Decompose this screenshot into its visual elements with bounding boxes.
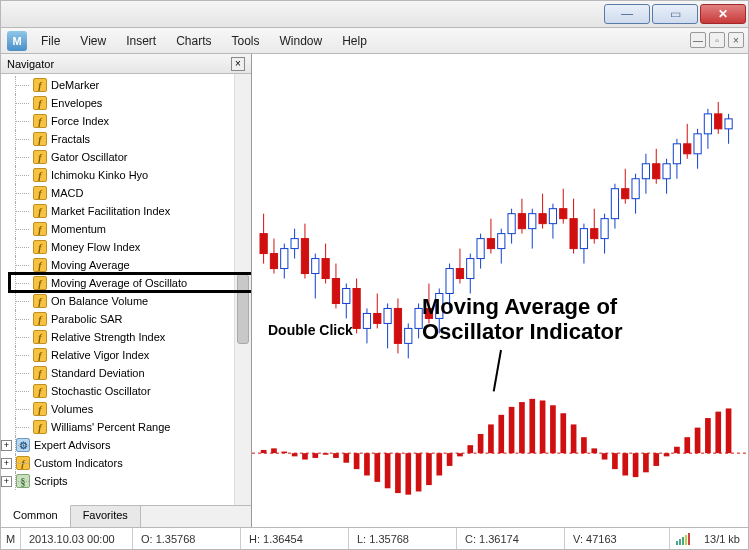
tree-item-market-facilitation-index[interactable]: fMarket Facilitation Index bbox=[13, 202, 251, 220]
navigator-tree[interactable]: fDeMarkerfEnvelopesfForce IndexfFractals… bbox=[1, 74, 251, 505]
tree-item-gator-oscillator[interactable]: fGator Oscillator bbox=[13, 148, 251, 166]
tree-group-sc[interactable]: +§Scripts bbox=[13, 472, 251, 490]
tree-item-on-balance-volume[interactable]: fOn Balance Volume bbox=[13, 292, 251, 310]
indicator-icon: f bbox=[33, 276, 47, 290]
menu-tools[interactable]: Tools bbox=[222, 28, 270, 53]
workspace: Navigator × fDeMarkerfEnvelopesfForce In… bbox=[0, 54, 749, 528]
tree-item-label: Moving Average bbox=[51, 259, 130, 271]
svg-rect-87 bbox=[704, 114, 711, 134]
tree-item-label: Fractals bbox=[51, 133, 90, 145]
tree-item-relative-vigor-index[interactable]: fRelative Vigor Index bbox=[13, 346, 251, 364]
expand-icon[interactable]: + bbox=[1, 458, 12, 469]
tree-item-label: Stochastic Oscillator bbox=[51, 385, 151, 397]
svg-rect-23 bbox=[374, 313, 381, 323]
mdi-restore-button[interactable]: ▫ bbox=[709, 32, 725, 48]
tree-group-label: Expert Advisors bbox=[34, 439, 110, 451]
tree-item-ichimoku-kinko-hyo[interactable]: fIchimoku Kinko Hyo bbox=[13, 166, 251, 184]
menu-window[interactable]: Window bbox=[270, 28, 333, 53]
expand-icon[interactable]: + bbox=[1, 476, 12, 487]
maximize-button[interactable]: ▭ bbox=[652, 4, 698, 24]
close-button[interactable]: ✕ bbox=[700, 4, 746, 24]
svg-rect-43 bbox=[477, 239, 484, 259]
minimize-button[interactable]: — bbox=[604, 4, 650, 24]
svg-rect-75 bbox=[642, 164, 649, 179]
svg-rect-45 bbox=[487, 239, 494, 249]
menu-insert[interactable]: Insert bbox=[116, 28, 166, 53]
tree-item-stochastic-oscillator[interactable]: fStochastic Oscillator bbox=[13, 382, 251, 400]
svg-rect-63 bbox=[580, 229, 587, 249]
svg-rect-41 bbox=[467, 259, 474, 279]
tree-item-macd[interactable]: fMACD bbox=[13, 184, 251, 202]
svg-rect-67 bbox=[601, 219, 608, 239]
indicator-icon: f bbox=[33, 258, 47, 272]
indicator-icon: f bbox=[33, 366, 47, 380]
mdi-close-button[interactable]: × bbox=[728, 32, 744, 48]
scrollbar-thumb[interactable] bbox=[237, 274, 249, 344]
tree-item-label: On Balance Volume bbox=[51, 295, 148, 307]
window-titlebar: — ▭ ✕ bbox=[0, 0, 749, 28]
tree-item-label: MACD bbox=[51, 187, 83, 199]
indicator-icon: f bbox=[33, 150, 47, 164]
menu-file[interactable]: File bbox=[31, 28, 70, 53]
tree-item-parabolic-sar[interactable]: fParabolic SAR bbox=[13, 310, 251, 328]
tree-group-ci[interactable]: +fCustom Indicators bbox=[13, 454, 251, 472]
tree-item-fractals[interactable]: fFractals bbox=[13, 130, 251, 148]
tree-item-momentum[interactable]: fMomentum bbox=[13, 220, 251, 238]
chart-area[interactable]: Double Click Moving Average of Oscillato… bbox=[252, 54, 748, 527]
indicator-icon: f bbox=[33, 114, 47, 128]
menu-view[interactable]: View bbox=[70, 28, 116, 53]
tree-item-williams-percent-range[interactable]: fWilliams' Percent Range bbox=[13, 418, 251, 436]
navigator-close-button[interactable]: × bbox=[231, 57, 245, 71]
tree-item-standard-deviation[interactable]: fStandard Deviation bbox=[13, 364, 251, 382]
navigator-tabs: Common Favorites bbox=[1, 505, 251, 527]
status-high: H: 1.36454 bbox=[241, 528, 349, 549]
tab-favorites[interactable]: Favorites bbox=[71, 505, 141, 527]
tree-group-ea[interactable]: +⚙Expert Advisors bbox=[13, 436, 251, 454]
expand-icon[interactable]: + bbox=[1, 440, 12, 451]
svg-rect-71 bbox=[622, 189, 629, 199]
tree-item-label: Money Flow Index bbox=[51, 241, 140, 253]
svg-rect-21 bbox=[363, 313, 370, 328]
svg-rect-39 bbox=[456, 269, 463, 279]
svg-rect-73 bbox=[632, 179, 639, 199]
tree-item-label: Volumes bbox=[51, 403, 93, 415]
svg-rect-77 bbox=[653, 164, 660, 179]
indicator-icon: f bbox=[33, 330, 47, 344]
tree-group-label: Custom Indicators bbox=[34, 457, 123, 469]
svg-rect-81 bbox=[673, 144, 680, 164]
tab-common[interactable]: Common bbox=[1, 505, 71, 527]
chart-svg bbox=[252, 54, 748, 527]
mdi-minimize-button[interactable]: — bbox=[690, 32, 706, 48]
status-connection-icon bbox=[676, 533, 690, 545]
tree-item-envelopes[interactable]: fEnvelopes bbox=[13, 94, 251, 112]
menu-bar: M File View Insert Charts Tools Window H… bbox=[0, 28, 749, 54]
tree-item-moving-average-of-oscillato[interactable]: fMoving Average of Oscillato bbox=[13, 274, 251, 292]
app-icon: M bbox=[7, 31, 27, 51]
indicator-icon: f bbox=[33, 312, 47, 326]
svg-rect-9 bbox=[301, 239, 308, 274]
navigator-scrollbar[interactable] bbox=[234, 74, 251, 505]
indicator-icon: f bbox=[33, 384, 47, 398]
indicator-icon: f bbox=[33, 222, 47, 236]
svg-rect-53 bbox=[529, 214, 536, 229]
tree-item-demarker[interactable]: fDeMarker bbox=[13, 76, 251, 94]
menu-charts[interactable]: Charts bbox=[166, 28, 221, 53]
svg-rect-27 bbox=[394, 308, 401, 343]
annotation-main-label: Moving Average of Oscillator Indicator bbox=[422, 294, 623, 345]
navigator-panel: Navigator × fDeMarkerfEnvelopesfForce In… bbox=[1, 54, 252, 527]
svg-rect-55 bbox=[539, 214, 546, 224]
svg-rect-11 bbox=[312, 259, 319, 274]
menu-help[interactable]: Help bbox=[332, 28, 377, 53]
status-open: O: 1.35768 bbox=[133, 528, 241, 549]
svg-rect-59 bbox=[560, 209, 567, 219]
tree-item-relative-strength-index[interactable]: fRelative Strength Index bbox=[13, 328, 251, 346]
tree-item-force-index[interactable]: fForce Index bbox=[13, 112, 251, 130]
svg-rect-79 bbox=[663, 164, 670, 179]
tree-item-money-flow-index[interactable]: fMoney Flow Index bbox=[13, 238, 251, 256]
svg-rect-7 bbox=[291, 239, 298, 249]
svg-rect-13 bbox=[322, 259, 329, 279]
tree-item-label: Force Index bbox=[51, 115, 109, 127]
tree-item-moving-average[interactable]: fMoving Average bbox=[13, 256, 251, 274]
tree-item-label: Ichimoku Kinko Hyo bbox=[51, 169, 148, 181]
tree-item-volumes[interactable]: fVolumes bbox=[13, 400, 251, 418]
